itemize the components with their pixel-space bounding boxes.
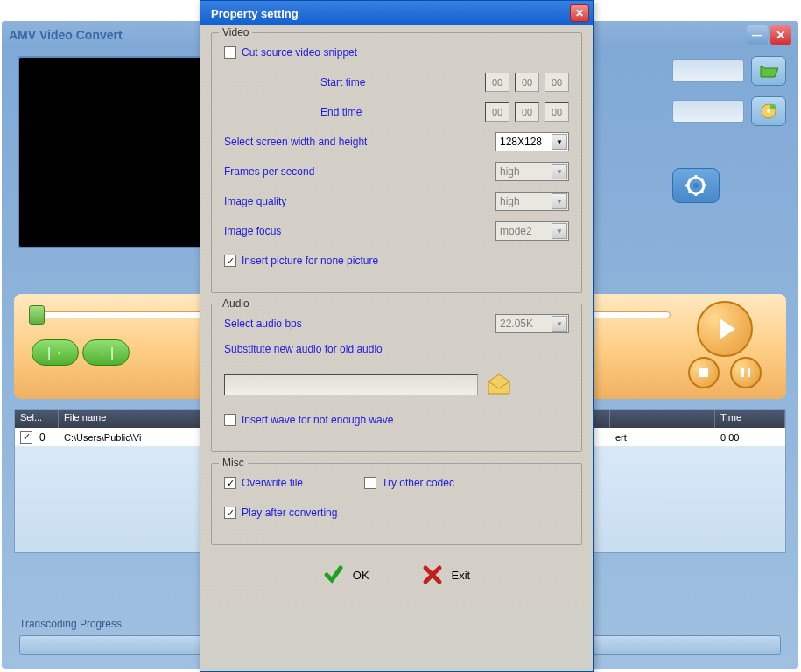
- exit-button[interactable]: Exit: [422, 564, 471, 585]
- svg-rect-6: [741, 368, 744, 377]
- insert-wave-label: Insert wave for not enough wave: [242, 414, 569, 426]
- chevron-down-icon: ▼: [552, 223, 567, 239]
- end-hh[interactable]: 00: [485, 102, 509, 122]
- play-after-label: Play after converting: [242, 507, 569, 519]
- row-checkbox[interactable]: [20, 431, 32, 444]
- play-icon: [720, 318, 735, 340]
- play-after-checkbox[interactable]: [224, 507, 236, 519]
- play-button[interactable]: [697, 301, 753, 357]
- output-file-field[interactable]: [672, 100, 744, 122]
- mark-end-button[interactable]: ←|: [82, 340, 130, 366]
- svg-point-1: [767, 109, 770, 113]
- fps-label: Frames per second: [224, 165, 495, 178]
- row-status: ert: [610, 430, 715, 444]
- insert-picture-checkbox[interactable]: [224, 255, 236, 267]
- save-disc-button[interactable]: [751, 96, 786, 126]
- column-time[interactable]: Time: [715, 410, 785, 428]
- ok-button[interactable]: OK: [323, 564, 369, 585]
- focus-label: Image focus: [224, 225, 495, 237]
- screen-size-label: Select screen width and height: [224, 136, 495, 148]
- focus-select[interactable]: mode2 ▼: [495, 221, 569, 241]
- column-status[interactable]: [610, 410, 715, 428]
- property-setting-dialog: Property setting ✕ Video Cut source vide…: [200, 0, 594, 672]
- input-file-field[interactable]: [672, 60, 744, 82]
- pause-button[interactable]: [730, 357, 762, 388]
- chevron-down-icon: ▼: [552, 316, 567, 332]
- mark-start-button[interactable]: |→: [32, 340, 79, 366]
- fps-select[interactable]: high ▼: [495, 162, 569, 181]
- stop-button[interactable]: [688, 357, 720, 388]
- try-codec-label: Try other codec: [382, 477, 569, 489]
- end-ss[interactable]: 00: [545, 102, 569, 122]
- end-time-label: End time: [224, 106, 485, 118]
- overwrite-checkbox[interactable]: [224, 477, 236, 489]
- try-codec-checkbox[interactable]: [364, 477, 376, 489]
- start-hh[interactable]: 00: [485, 73, 509, 92]
- svg-rect-7: [748, 368, 750, 377]
- insert-picture-label: Insert picture for none picture: [242, 255, 569, 267]
- audio-group: Audio Select audio bps 22.05K ▼ Substitu…: [211, 304, 582, 452]
- audio-bps-select[interactable]: 22.05K ▼: [495, 314, 569, 333]
- browse-audio-button[interactable]: [485, 373, 513, 397]
- end-mm[interactable]: 00: [515, 102, 539, 122]
- close-button[interactable]: ✕: [770, 25, 791, 45]
- video-legend: Video: [219, 26, 252, 38]
- row-index: 0: [39, 431, 46, 444]
- svg-point-2: [770, 104, 776, 109]
- chevron-down-icon: ▼: [552, 164, 567, 179]
- row-time: 0:00: [715, 430, 785, 444]
- misc-group: Misc Overwrite file Try other codec Play…: [211, 463, 582, 545]
- seek-handle[interactable]: [29, 305, 45, 325]
- substitute-audio-label: Substitute new audio for old audio: [224, 343, 383, 355]
- dialog-titlebar[interactable]: Property setting ✕: [200, 1, 593, 25]
- svg-point-4: [693, 183, 699, 188]
- video-preview: [18, 56, 210, 248]
- folder-open-icon: [759, 63, 778, 79]
- overwrite-label: Overwrite file: [242, 477, 364, 489]
- dialog-close-button[interactable]: ✕: [570, 4, 589, 22]
- check-icon: [323, 564, 344, 585]
- svg-rect-5: [699, 368, 708, 377]
- screen-size-select[interactable]: 128X128 ▼: [495, 132, 569, 151]
- audio-bps-label: Select audio bps: [224, 318, 495, 330]
- video-group: Video Cut source video snippet Start tim…: [211, 32, 582, 293]
- quality-label: Image quality: [224, 195, 495, 207]
- cut-source-checkbox[interactable]: [224, 46, 236, 59]
- open-file-button[interactable]: [751, 56, 786, 86]
- start-ss[interactable]: 00: [545, 73, 569, 92]
- chevron-down-icon: ▼: [552, 134, 567, 150]
- audio-path-input[interactable]: [224, 374, 478, 396]
- misc-legend: Misc: [219, 457, 248, 469]
- minimize-button[interactable]: —: [747, 25, 768, 45]
- stop-icon: [699, 368, 708, 377]
- cut-source-label: Cut source video snippet: [242, 46, 569, 59]
- audio-legend: Audio: [219, 298, 253, 310]
- settings-button[interactable]: [672, 168, 720, 203]
- insert-wave-checkbox[interactable]: [224, 414, 236, 426]
- pause-icon: [741, 368, 750, 377]
- quality-select[interactable]: high ▼: [495, 192, 569, 211]
- dialog-title: Property setting: [211, 7, 570, 20]
- disc-icon: [760, 102, 777, 120]
- chevron-down-icon: ▼: [552, 193, 567, 209]
- column-sel[interactable]: Sel...: [15, 410, 59, 428]
- gear-icon: [685, 174, 707, 197]
- start-mm[interactable]: 00: [515, 73, 539, 92]
- start-time-label: Start time: [224, 76, 485, 88]
- x-icon: [422, 564, 443, 585]
